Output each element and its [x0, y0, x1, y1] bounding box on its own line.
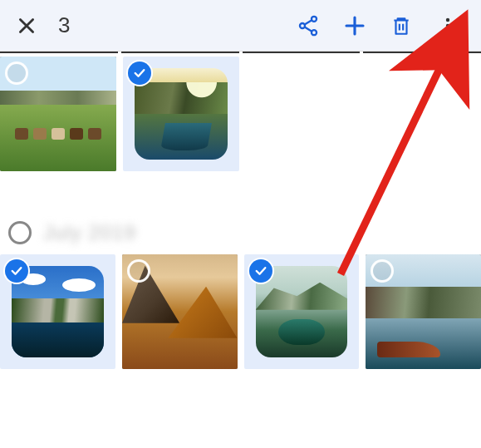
plus-icon	[342, 13, 367, 38]
svg-point-1	[300, 22, 305, 27]
selection-header: 3	[0, 0, 481, 52]
photo-row-2	[0, 253, 481, 369]
selection-ring-icon[interactable]	[5, 62, 28, 85]
svg-point-4	[446, 23, 449, 27]
photo-item[interactable]	[366, 254, 481, 369]
share-button[interactable]	[285, 2, 331, 49]
share-icon	[297, 14, 320, 37]
close-icon	[16, 15, 37, 37]
selection-count: 3	[58, 12, 285, 38]
more-vert-icon	[438, 16, 458, 36]
close-button[interactable]	[10, 15, 43, 37]
svg-point-2	[312, 30, 317, 35]
trash-icon	[390, 15, 412, 37]
photo-item[interactable]	[244, 254, 360, 369]
select-all-ring-icon[interactable]	[8, 221, 32, 244]
svg-point-0	[312, 16, 317, 21]
add-button[interactable]	[331, 2, 378, 49]
photo-item[interactable]	[123, 57, 239, 171]
selection-ring-icon[interactable]	[127, 259, 150, 283]
selection-check-icon[interactable]	[128, 62, 151, 85]
header-actions	[285, 2, 471, 49]
photo-item[interactable]	[0, 254, 115, 369]
photo-item[interactable]	[0, 57, 116, 171]
date-label: July 2019	[43, 221, 136, 244]
selection-check-icon[interactable]	[5, 259, 28, 283]
photo-row-1	[0, 53, 481, 171]
svg-point-3	[446, 17, 449, 21]
svg-point-5	[446, 29, 449, 32]
selection-check-icon[interactable]	[249, 259, 272, 283]
photo-item[interactable]	[122, 254, 238, 369]
delete-button[interactable]	[378, 2, 425, 49]
more-button[interactable]	[425, 2, 471, 49]
date-section-header[interactable]: July 2019	[0, 171, 481, 253]
